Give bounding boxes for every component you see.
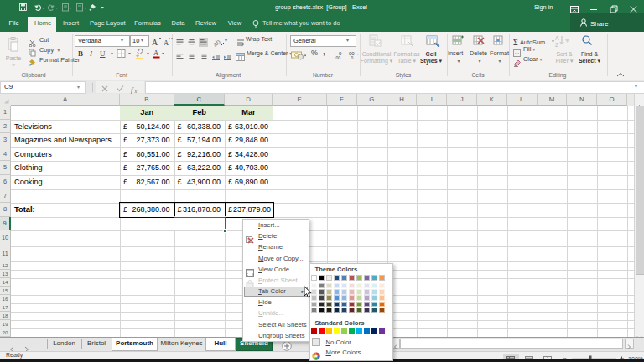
svg-text:Share: Share — [590, 20, 609, 28]
svg-text:A: A — [152, 38, 158, 47]
svg-text:A: A — [164, 39, 169, 47]
svg-text:x: x — [134, 89, 138, 94]
svg-text:B: B — [78, 49, 83, 58]
svg-text:Paste: Paste — [6, 54, 22, 62]
svg-text:f: f — [131, 85, 134, 94]
svg-text:Z: Z — [555, 42, 559, 48]
svg-text:.00: .00 — [335, 55, 340, 59]
svg-text:A: A — [555, 35, 559, 41]
svg-text:.0: .0 — [350, 55, 353, 59]
svg-text:A: A — [153, 49, 159, 57]
svg-text:I: I — [89, 49, 93, 58]
svg-text:U: U — [100, 49, 106, 58]
svg-text:ab: ab — [214, 38, 222, 47]
